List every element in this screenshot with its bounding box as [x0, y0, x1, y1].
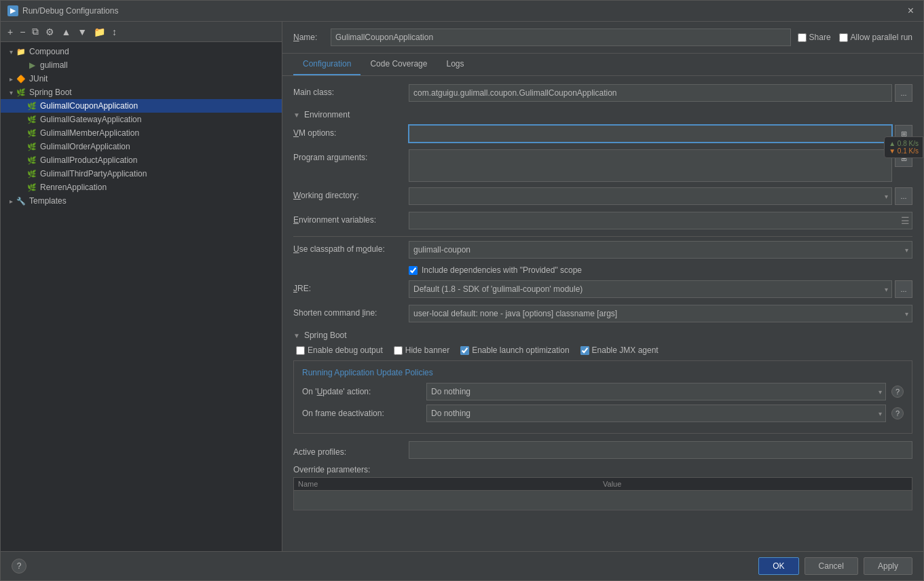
- move-up-button[interactable]: ▲: [58, 25, 73, 39]
- program-args-input[interactable]: [409, 149, 892, 182]
- shorten-cmd-select[interactable]: user-local default: none - java [options…: [409, 305, 912, 322]
- active-profiles-input[interactable]: [409, 441, 912, 459]
- working-dir-browse-button[interactable]: ...: [895, 187, 912, 205]
- ok-button[interactable]: OK: [758, 557, 798, 575]
- toggle-springboot[interactable]: ▾: [6, 89, 16, 96]
- tree-item-member[interactable]: 🌿 GulimallMemberApplication: [1, 126, 282, 140]
- vm-options-input[interactable]: [409, 125, 892, 143]
- junit-label: JUnit: [29, 74, 48, 83]
- move-down-button[interactable]: ▼: [75, 25, 90, 39]
- jmx-agent-label[interactable]: Enable JMX agent: [580, 345, 659, 355]
- bottom-bar: ? OK Cancel Apply: [1, 551, 923, 580]
- debug-output-checkbox[interactable]: [296, 346, 305, 355]
- hide-banner-checkbox[interactable]: [394, 346, 403, 355]
- tree-item-gulimall[interactable]: ▶ gulimall: [1, 58, 282, 72]
- jre-label: JRE:: [293, 280, 409, 293]
- toggle-junit[interactable]: ▸: [6, 75, 16, 83]
- coupon-icon: 🌿: [26, 100, 37, 111]
- spring-boot-section-header[interactable]: ▼ Spring Boot: [293, 331, 912, 340]
- springboot-icon: 🌿: [16, 87, 26, 98]
- shorten-cmd-label: Shorten command line:: [293, 305, 409, 318]
- tree-item-thirdparty[interactable]: 🌿 GulimallThirdPartyApplication: [1, 167, 282, 181]
- cancel-button[interactable]: Cancel: [805, 557, 858, 575]
- help-button[interactable]: ?: [12, 559, 26, 574]
- run-debug-dialog: ▶ Run/Debug Configurations × + − ⧉ ⚙ ▲ ▼…: [0, 0, 924, 581]
- parallel-checkbox[interactable]: [839, 33, 848, 42]
- include-deps-label[interactable]: Include dependencies with "Provided" sco…: [422, 265, 582, 275]
- parallel-label: Allow parallel run: [851, 33, 912, 42]
- tree-item-templates[interactable]: ▸ 🔧 Templates: [1, 194, 282, 208]
- program-args-label: Program arguments:: [293, 149, 409, 162]
- tab-configuration[interactable]: Configuration: [293, 54, 361, 75]
- share-checkbox[interactable]: [798, 33, 807, 42]
- on-update-select-wrapper: Do nothing Update classes and resources …: [426, 383, 886, 400]
- parallel-checkbox-label[interactable]: Allow parallel run: [839, 33, 912, 42]
- name-row: Name: Share Allow parallel run: [282, 22, 923, 54]
- env-vars-input[interactable]: [409, 212, 912, 229]
- product-icon: 🌿: [26, 155, 37, 166]
- tree-item-junit[interactable]: ▸ 🔶 JUnit: [1, 72, 282, 86]
- thirdparty-label: GulimallThirdPartyApplication: [40, 169, 147, 179]
- header-checkboxes: Share Allow parallel run: [798, 33, 912, 42]
- add-button[interactable]: +: [5, 25, 16, 39]
- dialog-icon: ▶: [7, 5, 18, 16]
- name-input[interactable]: [331, 29, 791, 46]
- working-dir-input[interactable]: [409, 187, 892, 205]
- jre-select[interactable]: Default (1.8 - SDK of 'gulimall-coupon' …: [409, 280, 892, 298]
- include-deps-checkbox[interactable]: [409, 266, 418, 275]
- remove-button[interactable]: −: [17, 25, 28, 39]
- tree-item-order[interactable]: 🌿 GulimallOrderApplication: [1, 140, 282, 153]
- table-col-value: Value: [603, 480, 908, 488]
- compound-icon: 📁: [16, 46, 26, 57]
- main-class-label: Main class:: [293, 84, 409, 97]
- tree-item-compound[interactable]: ▾ 📁 Compound: [1, 45, 282, 58]
- on-update-label: On 'Update' action:: [302, 387, 421, 396]
- sort-button[interactable]: ↕: [109, 25, 119, 39]
- folder-button[interactable]: 📁: [91, 25, 108, 39]
- tree-item-springboot[interactable]: ▾ 🌿 Spring Boot: [1, 86, 282, 99]
- vm-options-field: ⊞: [409, 125, 912, 143]
- tab-logs[interactable]: Logs: [437, 54, 473, 75]
- update-policies-box: Running Application Update Policies On '…: [293, 360, 912, 434]
- table-col-name: Name: [298, 480, 603, 488]
- classpath-select[interactable]: gulimall-coupon: [409, 241, 912, 259]
- jre-row: JRE: Default (1.8 - SDK of 'gulimall-cou…: [293, 280, 912, 299]
- on-frame-label: On frame deactivation:: [302, 409, 421, 418]
- jmx-agent-checkbox[interactable]: [580, 346, 589, 355]
- launch-opt-label[interactable]: Enable launch optimization: [460, 345, 569, 355]
- jre-browse-button[interactable]: ...: [895, 280, 912, 298]
- on-update-help-icon[interactable]: ?: [891, 386, 904, 398]
- override-params-title: Override parameters:: [293, 465, 912, 474]
- tree-item-renren[interactable]: 🌿 RenrenApplication: [1, 181, 282, 194]
- toggle-compound[interactable]: ▾: [6, 48, 16, 56]
- on-frame-select[interactable]: Do nothing Update classes and resources …: [426, 405, 886, 422]
- share-checkbox-label[interactable]: Share: [798, 33, 831, 42]
- env-vars-field: ☰: [409, 212, 912, 229]
- settings-button[interactable]: ⚙: [43, 25, 57, 39]
- gulimall-label: gulimall: [40, 60, 68, 70]
- environment-section-header[interactable]: ▼ Environment: [293, 110, 912, 119]
- main-class-input[interactable]: [409, 84, 892, 102]
- tab-code-coverage[interactable]: Code Coverage: [361, 54, 437, 75]
- toggle-templates[interactable]: ▸: [6, 198, 16, 205]
- launch-opt-checkbox[interactable]: [460, 346, 469, 355]
- tree-item-coupon[interactable]: 🌿 GulimallCouponApplication: [1, 99, 282, 113]
- debug-output-text: Enable debug output: [308, 345, 383, 355]
- env-vars-label: Environment variables:: [293, 212, 409, 225]
- on-frame-row: On frame deactivation: Do nothing Update…: [302, 405, 904, 422]
- close-button[interactable]: ×: [905, 5, 917, 17]
- name-label: Name:: [293, 33, 324, 42]
- on-frame-help-icon[interactable]: ?: [891, 407, 904, 419]
- tree-item-product[interactable]: 🌿 GulimallProductApplication: [1, 153, 282, 167]
- debug-output-label[interactable]: Enable debug output: [296, 345, 383, 355]
- main-class-browse-button[interactable]: ...: [895, 84, 912, 102]
- on-update-select[interactable]: Do nothing Update classes and resources …: [426, 383, 886, 400]
- hide-banner-label[interactable]: Hide banner: [394, 345, 449, 355]
- copy-button[interactable]: ⧉: [29, 24, 41, 39]
- gulimall-icon: ▶: [26, 60, 37, 71]
- environment-title: Environment: [304, 110, 350, 119]
- tree-item-gateway[interactable]: 🌿 GulimallGatewayApplication: [1, 113, 282, 126]
- working-dir-row: Working directory: ▾ ...: [293, 187, 912, 206]
- share-label: Share: [809, 33, 831, 42]
- apply-button[interactable]: Apply: [864, 557, 912, 575]
